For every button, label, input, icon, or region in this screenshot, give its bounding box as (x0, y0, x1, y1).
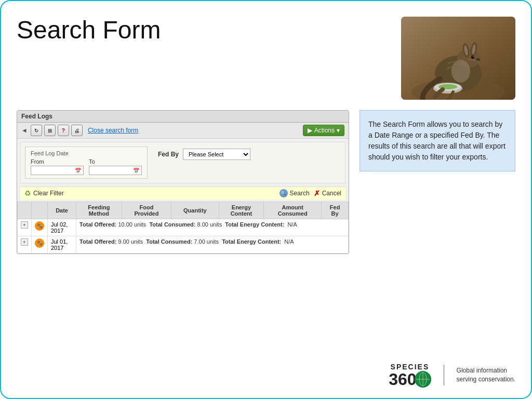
svg-point-10 (473, 56, 474, 57)
row2-info: Total Offered: 9.00 units Total Consumed… (76, 236, 349, 254)
th-expand (18, 202, 32, 219)
logo-number-globe: 360 (389, 371, 431, 388)
date-range: From 📅 To 📅 (31, 158, 142, 175)
refresh-button[interactable]: ↻ (31, 125, 42, 136)
row1-info: Total Offered: 10.00 units Total Consume… (76, 219, 349, 236)
table-row: + 🐾 Jul 01,2017 Total Offered: 9.00 unit… (18, 236, 349, 254)
table-row: + 🐾 Jul 02,2017 Total Offered: 10.00 uni… (18, 219, 349, 236)
panel-toolbar: ◄ ↻ ⊞ ? 🖨 Close search form ▶ Actions ▾ (17, 123, 349, 139)
search-form-area: Feed Log Date From 📅 To (20, 142, 345, 183)
print-button[interactable]: 🖨 (71, 125, 83, 136)
to-date-input-wrap: 📅 (89, 166, 142, 175)
cancel-button[interactable]: ✗ Cancel (314, 189, 341, 197)
filter-actions-bar: ♻ Clear Filter 🔍 Search ✗ Cancel (20, 187, 345, 200)
actions-arrow-icon: ▶ (308, 127, 312, 134)
actions-button[interactable]: ▶ Actions ▾ (303, 125, 344, 136)
close-search-link[interactable]: Close search form (88, 127, 138, 134)
to-date-input[interactable] (91, 167, 133, 174)
date-range-group: Feed Log Date From 📅 To (25, 147, 148, 179)
row2-status-icon: 🐾 (35, 238, 44, 248)
from-label: From (31, 158, 84, 165)
to-group: To 📅 (89, 158, 142, 175)
th-quantity: Quantity (171, 202, 219, 219)
header-area: Search Form (17, 17, 515, 100)
logo-360: 360 (389, 371, 416, 388)
from-calendar-icon[interactable]: 📅 (75, 168, 81, 174)
date-group-label: Feed Log Date (31, 150, 142, 156)
cancel-x-icon: ✗ (314, 189, 320, 197)
animal-photo (401, 17, 515, 100)
help-button[interactable]: ? (58, 125, 69, 136)
fed-by-group: Fed By Please Select (158, 147, 250, 160)
row1-icon-cell: 🐾 (32, 219, 48, 236)
th-amount-consumed: AmountConsumed (264, 202, 322, 219)
fed-by-select[interactable]: Please Select (183, 149, 250, 160)
search-icon: 🔍 (280, 189, 288, 197)
expand-collapse-icon: ◄ (21, 127, 28, 134)
panel-header: Feed Logs (17, 111, 349, 123)
row1-expand: + (18, 219, 32, 236)
th-fed-by: FedBy (322, 202, 349, 219)
row1-status-icon: 🐾 (35, 221, 44, 231)
from-date-input[interactable] (33, 167, 75, 174)
row1-expand-button[interactable]: + (21, 221, 28, 229)
svg-point-12 (451, 60, 470, 83)
logo-tagline: Global informationserving conservation. (457, 366, 515, 384)
row2-expand: + (18, 236, 32, 254)
feed-logs-table: Date FeedingMethod FoodProvided Quantity… (17, 202, 349, 254)
to-calendar-icon[interactable]: 📅 (133, 168, 139, 174)
species360-logo: SPECIES 360 (389, 363, 431, 388)
table-header-row: Date FeedingMethod FoodProvided Quantity… (18, 202, 349, 219)
svg-point-9 (471, 56, 474, 59)
actions-chevron-icon: ▾ (337, 127, 340, 134)
globe-icon (415, 371, 431, 388)
form-row: Feed Log Date From 📅 To (25, 147, 341, 179)
feed-logs-panel: Feed Logs ◄ ↻ ⊞ ? 🖨 Close search form ▶ … (17, 110, 349, 254)
fed-by-label: Fed By (158, 151, 179, 158)
filter-right-buttons: 🔍 Search ✗ Cancel (280, 189, 341, 197)
footer: SPECIES 360 Global informationserving co… (389, 363, 515, 388)
main-content: Feed Logs ◄ ↻ ⊞ ? 🖨 Close search form ▶ … (17, 110, 515, 254)
logo-text-block: SPECIES 360 (389, 363, 431, 388)
slide: Search Form (0, 0, 532, 399)
th-energy-content: EnergyContent (219, 202, 264, 219)
info-box-text: The Search Form allows you to search by … (368, 119, 507, 163)
row1-date: Jul 02,2017 (48, 219, 76, 236)
clear-filter-button[interactable]: ♻ Clear Filter (24, 189, 64, 197)
row2-icon-cell: 🐾 (32, 236, 48, 254)
th-food-provided: FoodProvided (122, 202, 171, 219)
from-date-input-wrap: 📅 (31, 166, 84, 175)
toolbar-left: ◄ ↻ ⊞ ? 🖨 Close search form (21, 125, 138, 136)
page-title: Search Form (17, 17, 161, 44)
info-box: The Search Form allows you to search by … (360, 110, 515, 171)
row2-expand-button[interactable]: + (21, 238, 28, 246)
search-button[interactable]: 🔍 Search (280, 189, 310, 197)
th-date: Date (48, 202, 76, 219)
from-group: From 📅 (31, 158, 84, 175)
th-feeding-method: FeedingMethod (76, 202, 122, 219)
logo-divider (444, 365, 444, 385)
row2-date: Jul 01,2017 (48, 236, 76, 254)
th-icon (32, 202, 48, 219)
to-label: To (89, 158, 142, 165)
recycle-icon: ♻ (24, 189, 31, 197)
grid-button[interactable]: ⊞ (44, 125, 56, 136)
